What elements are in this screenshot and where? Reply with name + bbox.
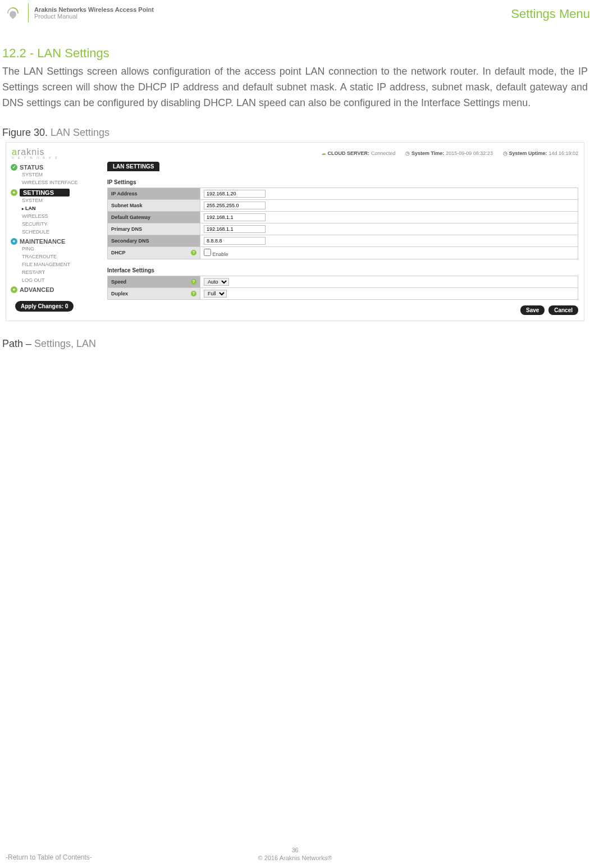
save-button[interactable]: Save [520, 305, 545, 315]
nav-group-settings[interactable]: ● SETTINGS [11, 189, 102, 197]
duplex-label: Duplex? [108, 287, 200, 299]
page-number: 36 [0, 847, 590, 853]
system-uptime: ◷ System Uptime:14d 16:19:02 [503, 150, 578, 156]
help-icon[interactable]: ? [191, 279, 196, 285]
nav-item-system[interactable]: SYSTEM [22, 171, 102, 179]
figure-number: Figure 30. [2, 127, 48, 138]
gateway-input[interactable] [204, 213, 266, 221]
gear-icon: ● [11, 189, 17, 196]
primary-dns-input[interactable] [204, 225, 266, 233]
gateway-label: Default Gateway [108, 211, 200, 223]
page-header: Araknis Networks Wireless Access Point P… [0, 0, 590, 26]
subnet-input[interactable] [204, 202, 266, 209]
nav-item-traceroute[interactable]: TRACEROUTE [22, 253, 102, 261]
nav-item-lan[interactable]: LAN [22, 204, 102, 212]
product-subtitle: Product Manual [34, 13, 154, 20]
plus-icon: ● [11, 286, 17, 293]
interface-settings-table: Speed? Auto Duplex? Full [107, 276, 578, 300]
nav-item-file-management[interactable]: FILE MANAGEMENT [22, 261, 102, 268]
nav-item-restart[interactable]: RESTART [22, 268, 102, 276]
ip-address-input[interactable] [204, 190, 266, 198]
ip-settings-table: IP Address Subnet Mask Default Gateway P… [107, 188, 578, 259]
settings-menu-link[interactable]: Settings Menu [511, 7, 590, 21]
screenshot-logo: aaraknisraknis N E T W O R K S [12, 147, 58, 159]
speed-select[interactable]: Auto [204, 278, 229, 286]
primary-dns-label: Primary DNS [108, 223, 200, 235]
path-label: Path – [2, 338, 31, 349]
dhcp-label: DHCP? [108, 246, 200, 259]
header-divider [28, 3, 29, 22]
duplex-select[interactable]: Full [204, 290, 227, 298]
nav-item-settings-system[interactable]: SYSTEM [22, 197, 102, 204]
main-panel: LAN SETTINGS IP Settings IP Address Subn… [102, 162, 584, 321]
dhcp-checkbox[interactable] [204, 249, 211, 256]
cancel-button[interactable]: Cancel [548, 305, 578, 315]
interface-settings-title: Interface Settings [107, 267, 578, 273]
nav-group-status[interactable]: ✓ STATUS [11, 164, 102, 171]
dhcp-enable-text: Enable [213, 252, 228, 257]
figure-description: LAN Settings [51, 127, 109, 138]
secondary-dns-input[interactable] [204, 237, 266, 245]
page-tab: LAN SETTINGS [107, 162, 159, 171]
cloud-status: ☁ CLOUD SERVER:Connected [321, 150, 395, 156]
sidebar-nav: ✓ STATUS SYSTEM WIRELESS INTERFACE ● SET… [6, 162, 102, 321]
page-footer: 36 © 2016 Araknis Networks® -Return to T… [0, 847, 590, 861]
brand-logo-icon [3, 3, 22, 22]
product-name: Araknis Networks Wireless Access Point [34, 6, 154, 13]
cloud-icon: ☁ [321, 150, 326, 156]
nav-item-security[interactable]: SECURITY [22, 220, 102, 228]
nav-group-maintenance[interactable]: ● MAINTENANCE [11, 238, 102, 245]
section-heading: 12.2 - LAN Settings [0, 46, 590, 61]
speed-label: Speed? [108, 276, 200, 287]
nav-item-wireless[interactable]: WIRELESS [22, 212, 102, 220]
nav-item-wireless-interface[interactable]: WIRELESS INTERFACE [22, 179, 102, 186]
clock-icon: ◷ [405, 150, 410, 156]
return-to-toc-link[interactable]: -Return to Table of Contents- [6, 853, 92, 861]
secondary-dns-label: Secondary DNS [108, 235, 200, 246]
screenshot-topbar: aaraknisraknis N E T W O R K S ☁ CLOUD S… [6, 143, 584, 162]
subnet-label: Subnet Mask [108, 199, 200, 211]
ip-address-label: IP Address [108, 188, 200, 199]
help-icon[interactable]: ? [191, 291, 196, 296]
logo-subtext: N E T W O R K S [12, 156, 58, 159]
nav-group-advanced[interactable]: ● ADVANCED [11, 286, 102, 293]
uptime-icon: ◷ [503, 150, 507, 156]
header-text: Araknis Networks Wireless Access Point P… [34, 6, 154, 20]
nav-item-ping[interactable]: PING [22, 245, 102, 253]
help-icon[interactable]: ? [191, 250, 196, 255]
system-time: ◷ System Time:2015-09-09 08:32:23 [405, 150, 492, 156]
figure-screenshot: aaraknisraknis N E T W O R K S ☁ CLOUD S… [6, 142, 584, 321]
check-icon: ✓ [11, 164, 17, 171]
ip-settings-title: IP Settings [107, 179, 578, 185]
copyright: © 2016 Araknis Networks® [258, 855, 332, 861]
path-value: Settings, LAN [34, 338, 96, 349]
path-line: Path – Settings, LAN [0, 331, 590, 350]
wrench-icon: ● [11, 238, 17, 245]
section-body: The LAN Settings screen allows configura… [0, 64, 590, 111]
nav-item-schedule[interactable]: SCHEDULE [22, 228, 102, 236]
figure-caption: Figure 30. LAN Settings [0, 127, 590, 139]
nav-item-log-out[interactable]: LOG OUT [22, 276, 102, 284]
apply-changes-button[interactable]: Apply Changes: 0 [15, 301, 74, 312]
